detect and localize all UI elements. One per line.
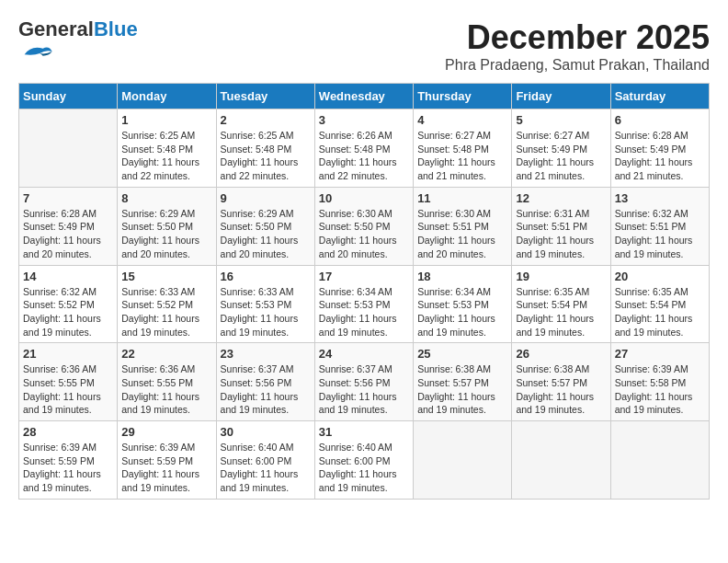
calendar-cell: 19Sunrise: 6:35 AMSunset: 5:54 PMDayligh… bbox=[512, 265, 610, 343]
calendar-cell: 26Sunrise: 6:38 AMSunset: 5:57 PMDayligh… bbox=[512, 343, 610, 421]
day-info: Sunrise: 6:25 AMSunset: 5:48 PMDaylight:… bbox=[121, 129, 211, 183]
title-block: December 2025 Phra Pradaeng, Samut Praka… bbox=[445, 18, 710, 74]
calendar-header-sunday: Sunday bbox=[19, 84, 118, 109]
calendar-cell: 13Sunrise: 6:32 AMSunset: 5:51 PMDayligh… bbox=[610, 187, 709, 265]
day-number: 29 bbox=[121, 425, 211, 439]
calendar-cell bbox=[414, 421, 512, 500]
day-number: 6 bbox=[615, 113, 705, 127]
calendar-cell: 24Sunrise: 6:37 AMSunset: 5:56 PMDayligh… bbox=[314, 343, 413, 421]
day-number: 9 bbox=[221, 191, 311, 205]
day-info: Sunrise: 6:39 AMSunset: 5:59 PMDaylight:… bbox=[121, 441, 211, 495]
calendar-cell: 10Sunrise: 6:30 AMSunset: 5:50 PMDayligh… bbox=[314, 187, 413, 265]
logo-blue-text: Blue bbox=[94, 17, 138, 40]
day-info: Sunrise: 6:30 AMSunset: 5:50 PMDaylight:… bbox=[319, 207, 409, 261]
day-info: Sunrise: 6:35 AMSunset: 5:54 PMDaylight:… bbox=[516, 285, 606, 339]
day-info: Sunrise: 6:39 AMSunset: 5:59 PMDaylight:… bbox=[23, 441, 113, 495]
day-number: 25 bbox=[417, 347, 507, 361]
calendar-week-row: 28Sunrise: 6:39 AMSunset: 5:59 PMDayligh… bbox=[19, 421, 710, 500]
calendar-cell: 17Sunrise: 6:34 AMSunset: 5:53 PMDayligh… bbox=[314, 265, 413, 343]
day-number: 17 bbox=[319, 270, 409, 283]
day-info: Sunrise: 6:40 AMSunset: 6:00 PMDaylight:… bbox=[319, 441, 409, 495]
day-number: 8 bbox=[121, 191, 211, 205]
calendar-header-tuesday: Tuesday bbox=[216, 84, 314, 109]
calendar-week-row: 21Sunrise: 6:36 AMSunset: 5:55 PMDayligh… bbox=[19, 343, 710, 421]
day-number: 19 bbox=[516, 270, 606, 283]
page-header: GeneralBlue December 2025 Phra Pradaeng,… bbox=[18, 18, 710, 74]
calendar-week-row: 1Sunrise: 6:25 AMSunset: 5:48 PMDaylight… bbox=[19, 109, 710, 188]
day-number: 3 bbox=[319, 113, 409, 127]
day-info: Sunrise: 6:37 AMSunset: 5:56 PMDaylight:… bbox=[319, 362, 409, 417]
day-info: Sunrise: 6:27 AMSunset: 5:48 PMDaylight:… bbox=[417, 129, 507, 183]
day-info: Sunrise: 6:39 AMSunset: 5:58 PMDaylight:… bbox=[615, 362, 705, 417]
day-number: 13 bbox=[615, 191, 705, 205]
calendar-cell: 18Sunrise: 6:34 AMSunset: 5:53 PMDayligh… bbox=[414, 265, 512, 343]
day-info: Sunrise: 6:38 AMSunset: 5:57 PMDaylight:… bbox=[417, 362, 507, 417]
calendar-cell: 31Sunrise: 6:40 AMSunset: 6:00 PMDayligh… bbox=[314, 421, 413, 500]
calendar-cell: 2Sunrise: 6:25 AMSunset: 5:48 PMDaylight… bbox=[216, 109, 314, 188]
month-title: December 2025 bbox=[445, 18, 710, 57]
day-number: 14 bbox=[23, 270, 113, 283]
day-number: 5 bbox=[516, 113, 606, 127]
day-number: 12 bbox=[516, 191, 606, 205]
day-number: 24 bbox=[319, 347, 409, 361]
calendar-cell: 8Sunrise: 6:29 AMSunset: 5:50 PMDaylight… bbox=[118, 187, 216, 265]
day-number: 7 bbox=[23, 191, 113, 205]
calendar-header-saturday: Saturday bbox=[610, 84, 709, 109]
calendar-cell: 16Sunrise: 6:33 AMSunset: 5:53 PMDayligh… bbox=[216, 265, 314, 343]
day-info: Sunrise: 6:34 AMSunset: 5:53 PMDaylight:… bbox=[417, 285, 507, 339]
day-info: Sunrise: 6:33 AMSunset: 5:52 PMDaylight:… bbox=[121, 285, 211, 339]
calendar-week-row: 7Sunrise: 6:28 AMSunset: 5:49 PMDaylight… bbox=[19, 187, 710, 265]
day-number: 31 bbox=[319, 425, 409, 439]
day-number: 21 bbox=[23, 347, 113, 361]
day-number: 16 bbox=[221, 270, 311, 283]
calendar-cell: 1Sunrise: 6:25 AMSunset: 5:48 PMDaylight… bbox=[118, 109, 216, 188]
day-info: Sunrise: 6:36 AMSunset: 5:55 PMDaylight:… bbox=[121, 362, 211, 417]
day-number: 20 bbox=[615, 270, 705, 283]
day-number: 2 bbox=[221, 113, 311, 127]
day-number: 15 bbox=[121, 270, 211, 283]
day-number: 22 bbox=[121, 347, 211, 361]
calendar-cell: 12Sunrise: 6:31 AMSunset: 5:51 PMDayligh… bbox=[512, 187, 610, 265]
day-info: Sunrise: 6:36 AMSunset: 5:55 PMDaylight:… bbox=[23, 362, 113, 417]
calendar-cell: 6Sunrise: 6:28 AMSunset: 5:49 PMDaylight… bbox=[610, 109, 709, 188]
logo-general-text: General bbox=[18, 17, 94, 40]
day-info: Sunrise: 6:28 AMSunset: 5:49 PMDaylight:… bbox=[23, 207, 113, 261]
day-info: Sunrise: 6:28 AMSunset: 5:49 PMDaylight:… bbox=[615, 129, 705, 183]
calendar-cell: 30Sunrise: 6:40 AMSunset: 6:00 PMDayligh… bbox=[216, 421, 314, 500]
day-info: Sunrise: 6:26 AMSunset: 5:48 PMDaylight:… bbox=[319, 129, 409, 183]
calendar-cell: 28Sunrise: 6:39 AMSunset: 5:59 PMDayligh… bbox=[19, 421, 118, 500]
calendar-cell: 23Sunrise: 6:37 AMSunset: 5:56 PMDayligh… bbox=[216, 343, 314, 421]
calendar-cell: 9Sunrise: 6:29 AMSunset: 5:50 PMDaylight… bbox=[216, 187, 314, 265]
calendar-cell: 15Sunrise: 6:33 AMSunset: 5:52 PMDayligh… bbox=[118, 265, 216, 343]
calendar-header-friday: Friday bbox=[512, 84, 610, 109]
day-number: 10 bbox=[319, 191, 409, 205]
logo: GeneralBlue bbox=[18, 18, 138, 61]
day-number: 28 bbox=[23, 425, 113, 439]
day-number: 1 bbox=[121, 113, 211, 127]
day-number: 26 bbox=[516, 347, 606, 361]
day-info: Sunrise: 6:31 AMSunset: 5:51 PMDaylight:… bbox=[516, 207, 606, 261]
calendar-cell: 20Sunrise: 6:35 AMSunset: 5:54 PMDayligh… bbox=[610, 265, 709, 343]
calendar-cell: 4Sunrise: 6:27 AMSunset: 5:48 PMDaylight… bbox=[414, 109, 512, 188]
day-number: 30 bbox=[221, 425, 311, 439]
logo-bird-icon bbox=[18, 42, 55, 61]
calendar-cell: 29Sunrise: 6:39 AMSunset: 5:59 PMDayligh… bbox=[118, 421, 216, 500]
location: Phra Pradaeng, Samut Prakan, Thailand bbox=[445, 57, 710, 74]
day-info: Sunrise: 6:40 AMSunset: 6:00 PMDaylight:… bbox=[221, 441, 311, 495]
day-info: Sunrise: 6:35 AMSunset: 5:54 PMDaylight:… bbox=[615, 285, 705, 339]
day-number: 4 bbox=[417, 113, 507, 127]
day-number: 11 bbox=[417, 191, 507, 205]
day-info: Sunrise: 6:34 AMSunset: 5:53 PMDaylight:… bbox=[319, 285, 409, 339]
calendar-header-wednesday: Wednesday bbox=[314, 84, 413, 109]
calendar-cell: 22Sunrise: 6:36 AMSunset: 5:55 PMDayligh… bbox=[118, 343, 216, 421]
calendar-header-monday: Monday bbox=[118, 84, 216, 109]
calendar-cell: 21Sunrise: 6:36 AMSunset: 5:55 PMDayligh… bbox=[19, 343, 118, 421]
day-info: Sunrise: 6:38 AMSunset: 5:57 PMDaylight:… bbox=[516, 362, 606, 417]
calendar-cell bbox=[19, 109, 118, 188]
calendar-cell bbox=[512, 421, 610, 500]
calendar-cell: 25Sunrise: 6:38 AMSunset: 5:57 PMDayligh… bbox=[414, 343, 512, 421]
calendar-table: SundayMondayTuesdayWednesdayThursdayFrid… bbox=[18, 83, 710, 500]
day-number: 18 bbox=[417, 270, 507, 283]
day-info: Sunrise: 6:33 AMSunset: 5:53 PMDaylight:… bbox=[221, 285, 311, 339]
calendar-header-row: SundayMondayTuesdayWednesdayThursdayFrid… bbox=[19, 84, 710, 109]
